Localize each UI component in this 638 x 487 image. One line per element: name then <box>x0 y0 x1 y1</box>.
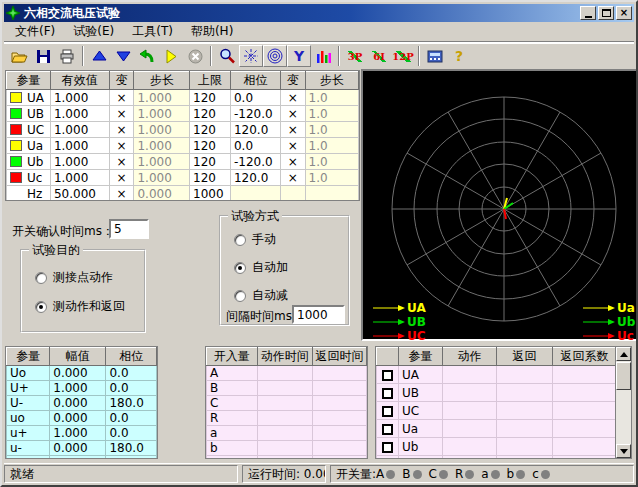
polar-view-button[interactable] <box>263 45 287 67</box>
checkbox[interactable] <box>382 370 393 381</box>
step-cell[interactable]: 0.000 <box>134 186 190 202</box>
var-toggle[interactable]: × <box>109 122 134 138</box>
y-connection-button[interactable]: Y <box>287 45 311 67</box>
scrollbar-thumb[interactable] <box>616 362 631 390</box>
switch-confirm-input[interactable] <box>109 219 149 239</box>
menu-test[interactable]: 试验(E) <box>64 21 123 42</box>
var-toggle[interactable]: × <box>109 154 134 170</box>
var-toggle[interactable]: × <box>109 138 134 154</box>
help-button[interactable]: ? <box>447 45 471 67</box>
scroll-up-button[interactable] <box>616 347 631 361</box>
var-toggle[interactable]: × <box>109 170 134 186</box>
rms-cell[interactable]: 1.000 <box>50 122 109 138</box>
print-button[interactable] <box>55 45 79 67</box>
checkbox[interactable] <box>382 388 393 399</box>
lower-button[interactable] <box>111 45 135 67</box>
phase-cell[interactable]: 0.0 <box>230 90 280 106</box>
minimize-button[interactable] <box>580 6 596 20</box>
save-button[interactable] <box>31 45 55 67</box>
maximize-button[interactable] <box>598 6 614 20</box>
menu-help[interactable]: 帮助(H) <box>182 21 242 42</box>
scroll-down-button[interactable] <box>616 444 631 458</box>
close-button[interactable]: × <box>616 6 632 20</box>
table-row: Uc <box>377 456 617 460</box>
step-cell[interactable]: 1.0 <box>305 170 358 186</box>
radio-contact-action[interactable]: 测接点动作 <box>35 269 113 286</box>
stop-button[interactable] <box>183 45 207 67</box>
menu-file[interactable]: 文件(F) <box>6 21 64 42</box>
radio-auto-increase[interactable]: 自动加 <box>234 259 288 276</box>
radio-manual[interactable]: 手动 <box>234 231 276 248</box>
vector-view-button[interactable] <box>239 45 263 67</box>
phase-cell[interactable]: 120.0 <box>230 170 280 186</box>
var-toggle[interactable]: × <box>109 90 134 106</box>
reset-button[interactable] <box>135 45 159 67</box>
step-cell[interactable]: 1.0 <box>305 106 358 122</box>
mode-6i-button[interactable]: 6I <box>367 45 391 67</box>
step-cell[interactable]: 1.000 <box>134 122 190 138</box>
vertical-scrollbar[interactable] <box>615 347 631 458</box>
var-toggle[interactable]: × <box>109 106 134 122</box>
phase-cell[interactable]: -120.0 <box>230 106 280 122</box>
rms-cell[interactable]: 1.000 <box>50 90 109 106</box>
mode-3p-button[interactable]: 3P <box>343 45 367 67</box>
table-row: a <box>207 426 367 441</box>
table-row-ua: UA 1.000 × 1.000 120 0.0 × 1.0 <box>7 90 359 106</box>
bar-view-button[interactable] <box>311 45 335 67</box>
bar-chart-icon <box>315 49 331 64</box>
step-cell[interactable]: 1.0 <box>305 122 358 138</box>
start-button[interactable] <box>159 45 183 67</box>
checkbox[interactable] <box>382 442 393 453</box>
step-cell[interactable]: 1.000 <box>134 170 190 186</box>
up-triangle-icon <box>92 49 107 63</box>
switch-state-dot <box>439 470 448 479</box>
var-toggle[interactable]: × <box>109 186 134 202</box>
step-cell[interactable]: 1.000 <box>134 138 190 154</box>
var-toggle[interactable]: × <box>280 138 305 154</box>
limit-cell[interactable]: 120 <box>190 154 231 170</box>
var-toggle[interactable]: × <box>280 106 305 122</box>
step-cell[interactable]: 1.0 <box>305 154 358 170</box>
calculator-icon <box>427 50 443 63</box>
limit-cell[interactable]: 120 <box>190 138 231 154</box>
phase-cell[interactable]: -120.0 <box>230 154 280 170</box>
raise-button[interactable] <box>87 45 111 67</box>
rms-cell[interactable]: 1.000 <box>50 106 109 122</box>
phase-cell[interactable]: 120.0 <box>230 122 280 138</box>
y-icon: Y <box>294 48 304 64</box>
switch-state-dot <box>465 470 474 479</box>
step-cell[interactable]: 1.0 <box>305 138 358 154</box>
rms-cell[interactable]: 50.000 <box>50 186 109 202</box>
device-button[interactable] <box>423 45 447 67</box>
limit-cell[interactable]: 120 <box>190 122 231 138</box>
zoom-button[interactable] <box>215 45 239 67</box>
rms-cell[interactable]: 1.000 <box>50 170 109 186</box>
limit-cell[interactable]: 120 <box>190 170 231 186</box>
scroll-down-icon <box>620 449 628 454</box>
limit-cell[interactable]: 120 <box>190 90 231 106</box>
radio-selected-icon <box>234 262 246 274</box>
checkbox[interactable] <box>382 424 393 435</box>
step-cell[interactable]: 1.000 <box>134 154 190 170</box>
open-button[interactable] <box>7 45 31 67</box>
var-toggle[interactable]: × <box>280 90 305 106</box>
checkbox[interactable] <box>382 406 393 417</box>
limit-cell[interactable]: 120 <box>190 106 231 122</box>
radio-action-return[interactable]: 测动作和返回 <box>35 298 125 315</box>
step-cell[interactable]: 1.000 <box>134 106 190 122</box>
limit-cell[interactable]: 1000 <box>190 186 231 202</box>
param-label: Hz <box>27 187 42 201</box>
step-cell[interactable]: 1.0 <box>305 90 358 106</box>
menu-tools[interactable]: 工具(T) <box>123 21 182 42</box>
phase-cell[interactable]: 0.0 <box>230 138 280 154</box>
rms-cell[interactable]: 1.000 <box>50 138 109 154</box>
mode-12p-button[interactable]: 12P <box>391 45 415 67</box>
radio-auto-decrease[interactable]: 自动减 <box>234 287 288 304</box>
var-toggle[interactable]: × <box>280 122 305 138</box>
var-toggle[interactable]: × <box>280 154 305 170</box>
rms-cell[interactable]: 1.000 <box>50 154 109 170</box>
step-cell[interactable]: 1.000 <box>134 90 190 106</box>
interval-input[interactable] <box>292 305 345 324</box>
seq-amp <box>50 456 106 460</box>
var-toggle[interactable]: × <box>280 170 305 186</box>
